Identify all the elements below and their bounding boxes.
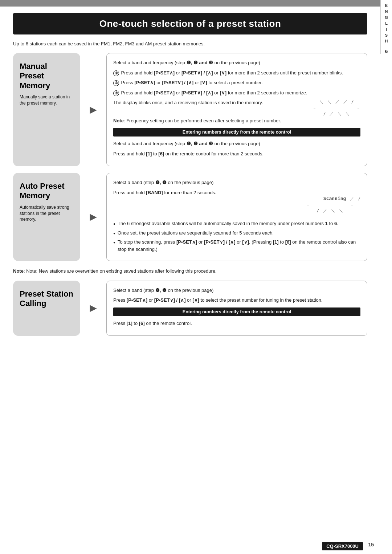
top-bar	[0, 0, 380, 7]
manual-preset-desc: Manually save a station in the preset me…	[20, 94, 74, 106]
step-circle-1: ①	[113, 70, 119, 76]
auto-bullet-3: To stop the scanning, press [P•SET∧] or …	[113, 239, 360, 253]
step-circle-2: ②	[113, 80, 119, 86]
auto-preset-title: Auto Preset Memory	[20, 182, 74, 201]
step-circle-3: ③	[113, 90, 119, 96]
auto-preset-arrow: ►	[86, 173, 101, 261]
calling-remote-text: Press [1] to [6] on the remote control.	[113, 320, 360, 327]
manual-preset-instructions: Select a band and frequency (step ❶, ❷ a…	[106, 53, 367, 166]
lang-h: H	[385, 38, 388, 44]
intro-text: Up to 6 stations each can be saved in th…	[13, 41, 367, 46]
language-letters: E N G L I S H	[385, 3, 388, 44]
auto-select-band: Select a band (step ❶, ❷ on the previous…	[113, 179, 360, 186]
auto-preset-instructions: Select a band (step ❶, ❷ on the previous…	[106, 173, 367, 261]
arrow-icon-3: ►	[87, 301, 99, 315]
language-tab: E N G L I S H 6	[380, 0, 392, 54]
auto-bullet-1: The 6 strongest available stations will …	[113, 220, 360, 227]
lang-e: E	[385, 3, 388, 8]
manual-preset-card: Manual Preset Memory Manually save a sta…	[13, 53, 80, 166]
page-title-box: One-touch selection of a preset station	[13, 13, 367, 34]
lang-g: G	[385, 15, 388, 20]
manual-step-3: ③ Press and hold [P•SET∧] or [P•SET∨] / …	[113, 89, 360, 97]
arrow-icon-2: ►	[87, 210, 99, 224]
preset-calling-instructions: Select a band (step ❶, ❷ on the previous…	[106, 281, 367, 336]
manual-step-2: ② Press [P•SET∧] or [P•SET∨] / [∧] or [∨…	[113, 79, 360, 86]
note-freq: Note: Frequency setting can be performed…	[113, 117, 360, 125]
manual-step-1: ① Press and hold [P•SET∧] or [P•SET∨] / …	[113, 69, 360, 77]
auto-preset-section: Auto Preset Memory Automatically save st…	[13, 173, 367, 261]
lang-i: I	[386, 27, 387, 32]
between-note: Note: Note: New stations are overwritten…	[13, 268, 367, 275]
auto-press-section: Scanning ／ ∕－ －∕ ／ ＼ ＼ Press and hold [B…	[113, 189, 360, 220]
display-section: ＼ ＼ ／ ／ ∕－ －∕ ／ ＼ ＼ The display blinks o…	[113, 99, 360, 117]
lang-n: N	[385, 9, 388, 14]
auto-preset-card: Auto Preset Memory Automatically save st…	[13, 173, 80, 261]
calling-press-text: Press [P•SET∧] or [P•SET∨] / [∧] or [∨] …	[113, 297, 360, 304]
display-graphic: ＼ ＼ ／ ／ ∕－ －∕ ／ ＼ ＼	[313, 99, 360, 117]
chapter-number: 6	[385, 49, 388, 54]
manual-preset-section: Manual Preset Memory Manually save a sta…	[13, 53, 367, 166]
calling-select-band: Select a band (step ❶, ❷ on the previous…	[113, 287, 360, 294]
page-number: 15	[368, 542, 374, 547]
arrow-icon: ►	[87, 103, 99, 117]
lang-l: L	[385, 21, 388, 26]
remote-text2: Press and hold [1] to [6] on the remote …	[113, 150, 360, 158]
auto-bullet-2: Once set, the preset stations are sequen…	[113, 229, 360, 237]
preset-calling-section: Preset Station Calling ► Select a band (…	[13, 281, 367, 336]
lang-s: S	[385, 33, 388, 38]
preset-calling-card: Preset Station Calling	[13, 281, 80, 336]
remote-text1: Select a band and frequency (step ❶, ❷ a…	[113, 140, 360, 147]
remote-control-bar: Entering numbers directly from the remot…	[113, 128, 360, 137]
auto-display-graphic: Scanning ／ ∕－ －∕ ／ ＼ ＼	[299, 189, 360, 220]
manual-preset-arrow: ►	[86, 53, 101, 166]
scanning-label: Scanning	[323, 196, 346, 201]
auto-preset-desc: Automatically save strong stations in th…	[20, 204, 74, 223]
main-content: One-touch selection of a preset station …	[0, 13, 380, 355]
model-number: CQ-SRX7000U	[322, 542, 363, 550]
manual-select-band: Select a band and frequency (step ❶, ❷ a…	[113, 59, 360, 66]
manual-preset-title: Manual Preset Memory	[20, 62, 74, 90]
preset-calling-arrow: ►	[86, 281, 101, 336]
preset-calling-title: Preset Station Calling	[20, 289, 74, 309]
calling-remote-bar: Entering numbers directly from the remot…	[113, 307, 360, 316]
page-title: One-touch selection of a preset station	[20, 18, 360, 29]
